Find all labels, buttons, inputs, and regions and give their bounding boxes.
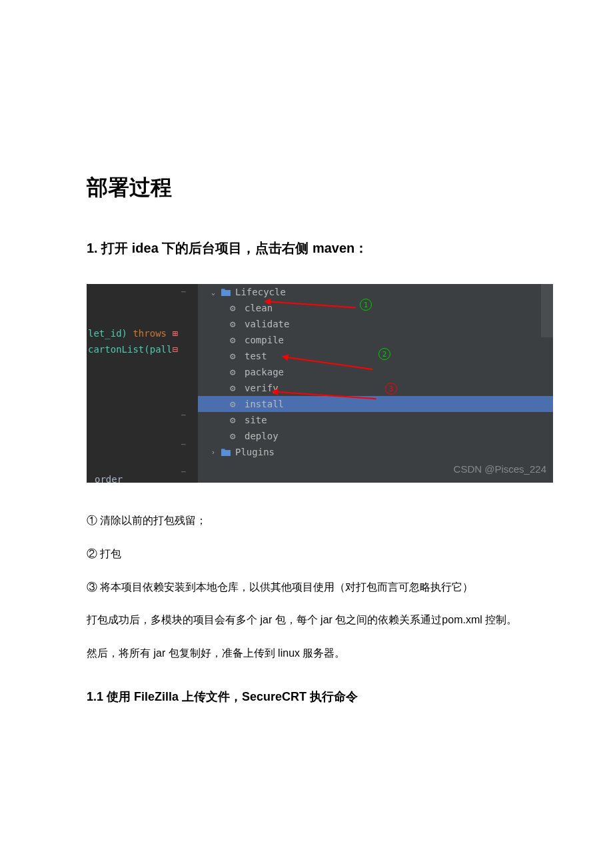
plugins-label: Plugins bbox=[235, 447, 275, 457]
collapse-marker-icon: — bbox=[181, 440, 187, 449]
code-editor-panel: — let_id) throws ⊞ cartonList(pall⊟ — — … bbox=[87, 284, 198, 483]
ide-screenshot: — let_id) throws ⊞ cartonList(pall⊟ — — … bbox=[87, 284, 553, 483]
error-icon: ⊞ bbox=[172, 328, 177, 339]
lifecycle-node[interactable]: ⌄ Lifecycle bbox=[198, 284, 553, 300]
plugins-node[interactable]: › Plugins bbox=[198, 444, 553, 460]
gear-icon: ⚙ bbox=[230, 351, 241, 361]
step-1-heading: 1. 打开 idea 下的后台项目，点击右侧 maven： bbox=[87, 239, 526, 257]
goal-label: site bbox=[245, 415, 267, 425]
maven-goal-deploy[interactable]: ⚙ deploy bbox=[198, 428, 553, 444]
code-token-keyword: throws bbox=[127, 328, 172, 339]
description-2: ② 打包 bbox=[87, 539, 526, 569]
goal-label: package bbox=[245, 367, 284, 377]
gear-icon: ⚙ bbox=[230, 303, 241, 313]
folder-icon bbox=[221, 288, 231, 296]
goal-label: deploy bbox=[245, 431, 279, 441]
chevron-right-icon: › bbox=[211, 449, 221, 456]
collapse-marker-icon: — bbox=[181, 467, 187, 476]
collapse-marker-icon: — bbox=[181, 287, 187, 296]
code-token: cartonList(pall bbox=[88, 344, 172, 355]
annotation-circle-2: 2 bbox=[378, 348, 390, 360]
goal-label: compile bbox=[245, 335, 284, 345]
right-tab-strip bbox=[541, 284, 553, 337]
gear-icon: ⚙ bbox=[230, 431, 241, 441]
maven-goal-compile[interactable]: ⚙ compile bbox=[198, 332, 553, 348]
description-para-1: 打包成功后，多模块的项目会有多个 jar 包，每个 jar 包之间的依赖关系通过… bbox=[87, 605, 526, 635]
annotation-circle-3: 3 bbox=[385, 383, 397, 395]
goal-label: validate bbox=[245, 319, 289, 329]
code-line-2: cartonList(pall⊟ bbox=[88, 344, 178, 355]
watermark-text: CSDN @Pisces_224 bbox=[454, 463, 546, 475]
gear-icon: ⚙ bbox=[230, 335, 241, 345]
gear-icon: ⚙ bbox=[230, 383, 241, 393]
maven-goal-site[interactable]: ⚙ site bbox=[198, 412, 553, 428]
main-heading: 部署过程 bbox=[87, 173, 526, 203]
step-1-1-heading: 1.1 使用 FileZilla 上传文件，SecureCRT 执行命令 bbox=[87, 689, 526, 705]
annotation-circle-1: 1 bbox=[360, 299, 372, 311]
gear-icon: ⚙ bbox=[230, 367, 241, 377]
gear-icon: ⚙ bbox=[230, 319, 241, 329]
maven-goal-clean[interactable]: ⚙ clean bbox=[198, 300, 553, 316]
collapse-marker-icon: — bbox=[181, 411, 187, 419]
maven-goal-validate[interactable]: ⚙ validate bbox=[198, 316, 553, 332]
goal-label: test bbox=[245, 351, 267, 361]
code-line-bottom: order bbox=[95, 474, 123, 483]
description-3: ③ 将本项目依赖安装到本地仓库，以供其他项目使用（对打包而言可忽略执行它） bbox=[87, 573, 526, 603]
maven-goal-package[interactable]: ⚙ package bbox=[198, 364, 553, 380]
goal-label: install bbox=[245, 399, 284, 409]
chevron-down-icon: ⌄ bbox=[211, 289, 221, 296]
folder-icon bbox=[221, 448, 231, 456]
description-para-2: 然后，将所有 jar 包复制好，准备上传到 linux 服务器。 bbox=[87, 639, 526, 669]
gear-icon: ⚙ bbox=[230, 415, 241, 425]
maven-goal-verify[interactable]: ⚙ verify bbox=[198, 380, 553, 396]
error-marker-icon: ⊟ bbox=[172, 344, 177, 355]
code-token: let_id) bbox=[88, 328, 127, 339]
description-1: ① 清除以前的打包残留； bbox=[87, 506, 526, 536]
maven-goal-test[interactable]: ⚙ test bbox=[198, 348, 553, 364]
gear-icon: ⚙ bbox=[230, 399, 241, 409]
lifecycle-label: Lifecycle bbox=[235, 287, 286, 297]
maven-panel: ⌄ Lifecycle ⚙ clean ⚙ validate ⚙ compile… bbox=[198, 284, 553, 483]
code-line-1: let_id) throws ⊞ bbox=[88, 328, 178, 339]
